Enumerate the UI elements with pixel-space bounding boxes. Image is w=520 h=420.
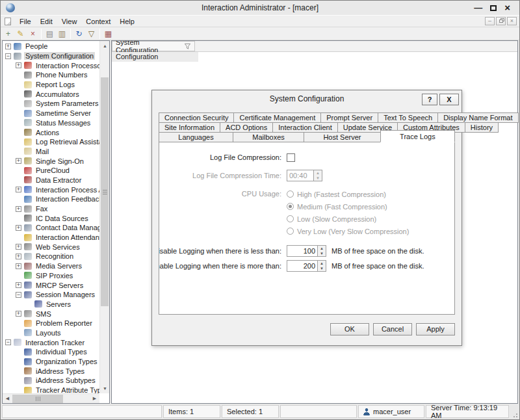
cpu-option-low-slow-compression[interactable]: Low (Slow Compression) [287, 213, 376, 225]
tree-item-web-services[interactable]: +Web Services [3, 242, 99, 252]
expand-icon[interactable]: + [16, 187, 21, 192]
vertical-scroll-thumb[interactable] [101, 77, 109, 306]
tree-item-accumulators[interactable]: Accumulators [3, 89, 99, 99]
tab-host-server[interactable]: Host Server [304, 132, 381, 142]
toolbar-paste-button[interactable]: ▥ [56, 28, 68, 40]
toolbar-delete-button[interactable]: × [27, 28, 39, 40]
scroll-down-icon[interactable]: ▼ [100, 384, 110, 393]
expand-icon[interactable]: + [5, 44, 11, 49]
tree-item-organization-types[interactable]: Organization Types [3, 357, 99, 367]
tree-item-layouts[interactable]: Layouts [3, 328, 99, 338]
collapse-icon[interactable]: − [16, 292, 21, 298]
tab-languages[interactable]: Languages [159, 132, 233, 142]
scroll-right-icon[interactable]: ▶ [90, 394, 99, 404]
tree-item-interaction-tracker[interactable]: −Interaction Tracker [3, 337, 99, 347]
tree-item-recognition[interactable]: +Recognition [3, 252, 99, 261]
toolbar-copy-button[interactable]: ▤ [44, 28, 56, 40]
tree-item-interaction-process-au[interactable]: +Interaction Process Au [3, 185, 99, 194]
tree-item-report-logs[interactable]: Report Logs [3, 80, 99, 90]
tree-item-status-messages[interactable]: Status Messages [3, 118, 99, 128]
toolbar-refresh-button[interactable]: ↻ [73, 28, 85, 40]
expand-icon[interactable]: + [16, 311, 21, 317]
reenable-logging-input[interactable]: 200 [287, 260, 318, 272]
log-file-compression-checkbox[interactable] [287, 153, 295, 162]
tree-item-session-managers[interactable]: −Session Managers [3, 290, 99, 300]
mdi-restore-button[interactable] [496, 17, 506, 25]
tab-trace-logs[interactable]: Trace Logs [380, 130, 455, 142]
cpu-option-medium-fast-compression[interactable]: Medium (Fast Compression) [287, 200, 387, 213]
expand-icon[interactable]: + [16, 225, 21, 231]
tree-item-tracker-attribute-type[interactable]: Tracker Attribute Type [3, 386, 99, 393]
toolbar-new-button[interactable]: + [2, 28, 14, 40]
tree-item-problem-reporter[interactable]: Problem Reporter [3, 319, 99, 328]
radio-icon[interactable] [287, 215, 294, 222]
tab-display-name-format[interactable]: Display Name Format [437, 112, 518, 123]
tree-item-interaction-attendant[interactable]: Interaction Attendant [3, 233, 99, 243]
menu-edit[interactable]: Edit [36, 16, 57, 27]
tree-horizontal-scrollbar[interactable]: ◀ ▶ [3, 393, 99, 403]
tree-item-single-sign-on[interactable]: +Single Sign-On [3, 156, 99, 166]
tree-item-sametime-server[interactable]: Sametime Server [3, 109, 99, 118]
tree-item-media-servers[interactable]: +Media Servers [3, 261, 99, 271]
disable-logging-spinner[interactable]: ▲▼ [318, 245, 326, 257]
toolbar-edit-button[interactable]: ✎ [14, 28, 27, 40]
tree-item-sip-proxies[interactable]: SIP Proxies [3, 271, 99, 281]
menu-view[interactable]: View [57, 16, 82, 27]
tree-item-iaddress-subtypes[interactable]: iAddress Subtypes [3, 376, 99, 386]
tree-item-interaction-processor[interactable]: +Interaction Processor [3, 60, 99, 70]
tree-item-log-retrieval-assistant[interactable]: Log Retrieval Assistant [3, 137, 99, 147]
expand-icon[interactable]: + [16, 244, 21, 250]
expand-icon[interactable]: + [16, 254, 21, 259]
scroll-left-icon[interactable]: ◀ [3, 394, 12, 404]
tree-item-system-parameters[interactable]: System Parameters [3, 99, 99, 109]
tree-item-servers[interactable]: Servers [3, 300, 99, 309]
menu-file[interactable]: File [15, 16, 36, 27]
collapse-icon[interactable]: − [5, 53, 11, 59]
compression-time-input[interactable]: 00:40 [287, 170, 314, 181]
scroll-up-icon[interactable]: ▲ [100, 41, 110, 51]
mdi-close-button[interactable]: × [507, 17, 517, 25]
close-button[interactable]: × [504, 3, 510, 12]
menu-context[interactable]: Context [81, 16, 115, 27]
filter-funnel-icon[interactable] [184, 43, 191, 50]
expand-icon[interactable]: + [16, 62, 21, 68]
radio-icon[interactable] [287, 190, 294, 198]
tree-item-sms[interactable]: +SMS [3, 309, 99, 319]
reenable-logging-spinner[interactable]: ▲▼ [318, 260, 326, 272]
tab-acd-options[interactable]: ACD Options [220, 122, 273, 133]
toolbar-filter-button[interactable]: ▽ [85, 28, 98, 40]
dialog-help-button[interactable]: ? [422, 94, 437, 105]
tree-item-actions[interactable]: Actions [3, 127, 99, 137]
collapse-icon[interactable]: − [5, 339, 11, 345]
toolbar-report-button[interactable]: ▦ [102, 28, 114, 40]
dialog-apply-button[interactable]: Apply [416, 323, 455, 335]
tree-item-phone-numbers[interactable]: Phone Numbers [3, 70, 99, 80]
list-item-configuration[interactable]: Configuration [112, 52, 517, 62]
tree-item-contact-data-manage[interactable]: +Contact Data Manage [3, 223, 99, 233]
menu-help[interactable]: Help [115, 16, 139, 27]
tab-prompt-server[interactable]: Prompt Server [320, 112, 378, 123]
cpu-option-high-fastest-compression[interactable]: High (Fastest Compression) [287, 188, 386, 200]
tree-item-system-configuration[interactable]: −System Configuration [3, 51, 99, 61]
tree-item-purecloud[interactable]: PureCloud [3, 166, 99, 176]
tab-text-to-speech[interactable]: Text To Speech [378, 112, 438, 123]
expand-icon[interactable]: + [16, 282, 21, 288]
disable-logging-input[interactable]: 100 [287, 245, 318, 257]
dialog-ok-button[interactable]: OK [330, 323, 369, 335]
tab-mailboxes[interactable]: Mailboxes [233, 132, 304, 142]
expand-icon[interactable]: + [16, 206, 21, 212]
mdi-minimize-button[interactable]: – [485, 17, 495, 25]
cpu-option-very-low-very-slow-compression[interactable]: Very Low (Very Slow Compression) [287, 225, 409, 237]
tree-item-fax[interactable]: +Fax [3, 204, 99, 214]
tab-certificate-management[interactable]: Certificate Management [233, 112, 321, 123]
minimize-button[interactable]: — [474, 3, 482, 12]
compression-time-spinner[interactable]: ▲▼ [314, 170, 322, 181]
horizontal-scroll-thumb[interactable] [12, 395, 63, 403]
radio-icon[interactable] [287, 228, 294, 235]
dialog-cancel-button[interactable]: Cancel [373, 323, 412, 335]
tree-item-iaddress-types[interactable]: iAddress Types [3, 366, 99, 376]
column-header-system-configuration[interactable]: System Configuration [112, 41, 195, 51]
tree-item-people[interactable]: +People [3, 42, 99, 51]
tab-connection-security[interactable]: Connection Security [159, 112, 234, 123]
tree-item-ic-data-sources[interactable]: IC Data Sources [3, 213, 99, 223]
